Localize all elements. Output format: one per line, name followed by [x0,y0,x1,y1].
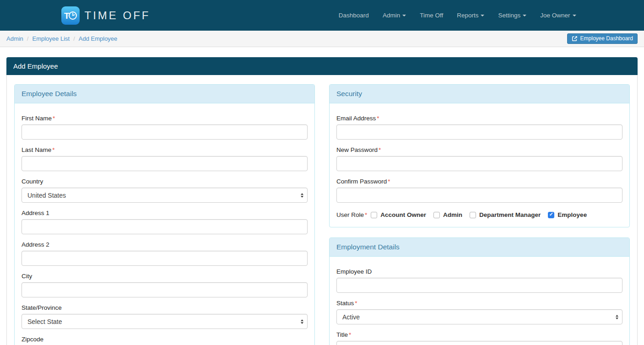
title-label: Title* [336,331,622,339]
brand-name: TIME OFF [85,9,151,22]
main-content: Add Employee Employee Details First Name… [0,57,644,345]
status-select[interactable]: Active [336,309,622,324]
user-role-label: User Role* [336,211,367,218]
nav-item-user-menu[interactable]: Joe Owner [533,7,583,23]
state-province-label: State/Province [22,304,308,312]
address-1-input[interactable] [22,219,308,234]
new-password-input[interactable] [336,156,622,171]
field-last-name: Last Name* [22,146,308,171]
country-label: Country [22,178,308,185]
add-employee-form: Employee Details First Name* Last Name* … [6,75,638,345]
address-2-input[interactable] [22,251,308,266]
right-column: Security Email Address* New Password* Co… [329,84,630,345]
role-employee-label[interactable]: Employee [557,211,587,218]
role-department-manager[interactable]: Department Manager [470,211,541,218]
security-panel-title: Security [330,85,629,103]
checkbox-account-owner[interactable] [371,212,377,218]
employee-dashboard-button[interactable]: Employee Dashboard [567,33,638,44]
field-title: Title* [336,331,622,345]
required-asterisk: * [388,178,390,185]
field-first-name: First Name* [22,114,308,140]
employee-details-panel: Employee Details First Name* Last Name* … [14,84,315,345]
status-label: Status* [336,299,622,307]
checkbox-department-manager[interactable] [470,212,476,218]
nav-item-admin[interactable]: Admin [376,7,413,23]
first-name-input[interactable] [22,124,308,140]
navbar-container: T TIME OFF Dashboard Admin Time Off Repo… [54,0,590,31]
employee-details-panel-title: Employee Details [15,85,314,103]
employee-dashboard-button-label: Employee Dashboard [580,35,633,42]
employee-id-input[interactable] [336,278,622,293]
required-asterisk: * [52,146,54,153]
required-asterisk: * [365,211,367,218]
breadcrumb-employee-list[interactable]: Employee List [32,35,70,42]
external-link-icon [572,36,578,42]
caret-down-icon [523,15,526,16]
confirm-password-input[interactable] [336,188,622,203]
required-asterisk: * [379,146,381,153]
email-address-input[interactable] [336,124,622,140]
breadcrumb-separator: / [70,35,79,42]
role-department-manager-label[interactable]: Department Manager [479,211,541,218]
last-name-label: Last Name* [22,146,308,154]
required-asterisk: * [349,331,351,338]
security-panel: Security Email Address* New Password* Co… [329,84,630,227]
first-name-label: First Name* [22,114,308,122]
field-confirm-password: Confirm Password* [336,178,622,203]
breadcrumb-separator: / [23,35,32,42]
email-address-label: Email Address* [336,114,622,122]
page-title: Add Employee [6,57,638,75]
breadcrumb-admin[interactable]: Admin [6,35,23,42]
required-asterisk: * [377,115,379,122]
field-user-role: User Role* Account Owner Admin [336,211,622,218]
employment-details-panel: Employment Details Employee ID Status* A… [329,237,630,345]
field-status: Status* Active [336,299,622,324]
field-zipcode: Zipcode [22,335,308,345]
last-name-input[interactable] [22,156,308,171]
field-city: City [22,272,308,297]
zipcode-label: Zipcode [22,335,308,343]
role-admin[interactable]: Admin [433,211,462,218]
field-new-password: New Password* [336,146,622,171]
state-select[interactable]: Select State [22,314,308,329]
field-address-1: Address 1 [22,209,308,234]
confirm-password-label: Confirm Password* [336,178,622,185]
city-label: City [22,272,308,280]
country-select[interactable]: United States [22,188,308,203]
field-state-province: State/Province Select State [22,304,308,329]
role-account-owner-label[interactable]: Account Owner [380,211,426,218]
top-navbar: T TIME OFF Dashboard Admin Time Off Repo… [0,0,644,31]
nav-item-reports[interactable]: Reports [450,7,491,23]
role-employee[interactable]: Employee [548,211,587,218]
role-account-owner[interactable]: Account Owner [371,211,426,218]
field-employee-id: Employee ID [336,268,622,293]
checkbox-admin[interactable] [433,212,440,218]
nav-item-dashboard[interactable]: Dashboard [332,7,376,23]
breadcrumb-bar: Admin/Employee List/Add Employee Employe… [0,31,644,47]
required-asterisk: * [355,300,357,307]
caret-down-icon [481,15,484,16]
employment-details-panel-title: Employment Details [330,238,629,257]
new-password-label: New Password* [336,146,622,154]
role-admin-label[interactable]: Admin [443,211,462,218]
breadcrumb: Admin/Employee List/Add Employee [6,35,117,42]
timeoff-logo-icon: T [61,6,80,25]
required-asterisk: * [53,115,55,122]
breadcrumb-add-employee[interactable]: Add Employee [79,35,118,42]
checkbox-employee[interactable] [548,212,554,218]
caret-down-icon [402,15,406,16]
left-column: Employee Details First Name* Last Name* … [14,84,315,345]
city-input[interactable] [22,282,308,297]
title-input[interactable] [336,341,622,345]
field-address-2: Address 2 [22,241,308,266]
address-1-label: Address 1 [22,209,308,217]
brand-link[interactable]: T TIME OFF [61,6,151,25]
field-email-address: Email Address* [336,114,622,140]
nav-menu: Dashboard Admin Time Off Reports Setting… [332,7,583,23]
address-2-label: Address 2 [22,241,308,248]
nav-item-settings[interactable]: Settings [491,7,533,23]
employee-id-label: Employee ID [336,268,622,275]
nav-item-time-off[interactable]: Time Off [413,7,450,23]
field-country: Country United States [22,178,308,203]
caret-down-icon [573,15,576,16]
